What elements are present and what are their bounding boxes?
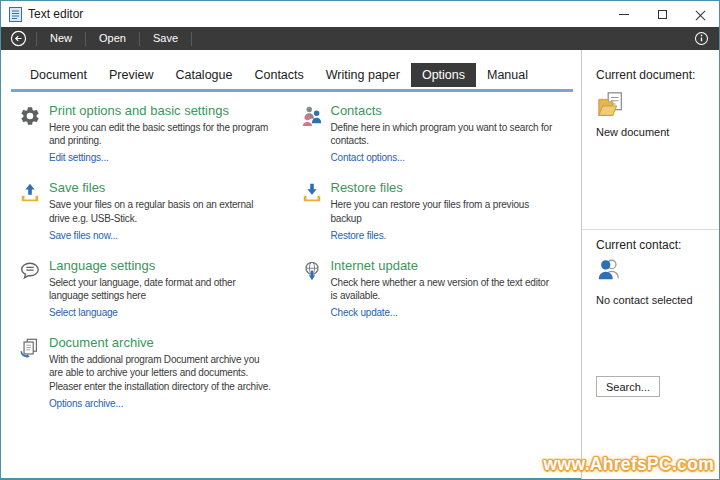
watermark: www.AhrefsPC.com	[544, 454, 714, 475]
section-description: Here you can edit the basic settings for…	[49, 121, 275, 147]
edit-settings-link[interactable]: Edit settings...	[49, 152, 109, 163]
tab-contacts[interactable]: Contacts	[243, 63, 314, 87]
person-icon	[596, 257, 622, 287]
folder-document-icon	[596, 90, 626, 124]
restore-download-icon	[301, 180, 331, 242]
section-title: Contacts	[331, 103, 556, 118]
check-update-link[interactable]: Check update...	[331, 307, 398, 318]
back-button[interactable]	[1, 30, 36, 47]
section-print-options: Print options and basic settings Here yo…	[19, 103, 301, 165]
options-archive-link[interactable]: Options archive...	[49, 398, 123, 409]
section-internet-update: Internet update Check here whether a new…	[301, 258, 582, 320]
contact-options-link[interactable]: Contact options...	[331, 152, 405, 163]
new-button[interactable]: New	[37, 27, 85, 50]
section-description: With the addional program Document archi…	[49, 353, 275, 393]
section-title: Print options and basic settings	[49, 103, 275, 118]
section-description: Select your language, date format and ot…	[49, 276, 275, 302]
section-description: Here you can restore your files from a p…	[331, 198, 556, 224]
section-description: Define here in which program you want to…	[331, 121, 556, 147]
search-button[interactable]: Search...	[596, 376, 660, 397]
options-grid: Print options and basic settings Here yo…	[1, 92, 581, 426]
section-restore-files: Restore files Here you can restore your …	[301, 180, 582, 242]
current-document-name: New document	[596, 126, 669, 138]
section-contacts: Contacts Define here in which program yo…	[301, 103, 582, 165]
minimize-button[interactable]	[605, 1, 643, 27]
title-bar: Text editor	[1, 1, 719, 27]
tab-options[interactable]: Options	[411, 63, 476, 87]
select-language-link[interactable]: Select language	[49, 307, 118, 318]
toolbar: New Open Save	[1, 27, 719, 50]
window-title: Text editor	[28, 7, 83, 21]
app-document-icon	[9, 7, 22, 22]
section-description: Save your files on a regular basis on an…	[49, 198, 275, 224]
internet-update-icon	[301, 258, 331, 320]
document-archive-icon	[19, 335, 49, 411]
app-window: Text editor New Open Save Document Previ…	[0, 0, 720, 480]
tab-writing-paper[interactable]: Writing paper	[315, 63, 411, 87]
save-upload-icon	[19, 180, 49, 242]
tab-bar: Document Preview Catalogue Contacts Writ…	[19, 63, 581, 87]
close-button[interactable]	[681, 1, 719, 27]
section-description: Check here whether a new version of the …	[331, 276, 556, 302]
status-sidebar: Current document: New document Current c…	[581, 50, 719, 479]
options-column-left: Print options and basic settings Here yo…	[19, 103, 301, 426]
save-button[interactable]: Save	[140, 27, 191, 50]
save-files-now-link[interactable]: Save files now...	[49, 230, 118, 241]
toolbar-separator	[191, 32, 192, 46]
sidebar-divider	[582, 229, 719, 230]
section-language-settings: Language settings Select your language, …	[19, 258, 301, 320]
current-document-label: Current document:	[596, 68, 695, 82]
options-column-right: Contacts Define here in which program yo…	[301, 103, 582, 426]
current-contact-label: Current contact:	[596, 238, 681, 252]
main-area: Document Preview Catalogue Contacts Writ…	[1, 50, 719, 479]
tab-preview[interactable]: Preview	[98, 63, 164, 87]
section-title: Language settings	[49, 258, 275, 273]
contacts-icon	[301, 103, 331, 165]
gear-icon	[19, 103, 49, 165]
section-document-archive: Document archive With the addional progr…	[19, 335, 301, 411]
tab-manual[interactable]: Manual	[476, 63, 539, 87]
language-bubble-icon	[19, 258, 49, 320]
section-title: Document archive	[49, 335, 275, 350]
maximize-button[interactable]	[643, 1, 681, 27]
restore-files-link[interactable]: Restore files.	[331, 230, 387, 241]
tab-catalogue[interactable]: Catalogue	[164, 63, 243, 87]
tab-document[interactable]: Document	[19, 63, 98, 87]
open-button[interactable]: Open	[86, 27, 139, 50]
section-title: Save files	[49, 180, 275, 195]
section-title: Internet update	[331, 258, 556, 273]
contact-status: No contact selected	[596, 294, 693, 306]
section-save-files: Save files Save your files on a regular …	[19, 180, 301, 242]
section-title: Restore files	[331, 180, 556, 195]
window-controls	[605, 1, 719, 27]
info-icon[interactable]	[684, 31, 719, 46]
options-page: Document Preview Catalogue Contacts Writ…	[1, 50, 581, 479]
